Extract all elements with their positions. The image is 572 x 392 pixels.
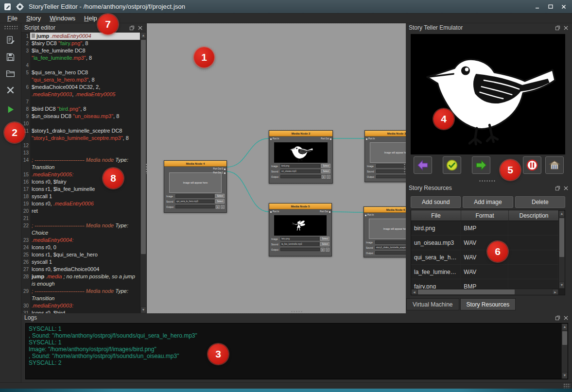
- toolbar-drag-handle[interactable]: [4, 25, 17, 29]
- code-line-28[interactable]: 28jump .media ; no return possible, so a…: [21, 273, 140, 288]
- code-line-22[interactable]: 22; ---------------------------- Media n…: [21, 222, 140, 237]
- menu-windows[interactable]: Windows: [45, 14, 80, 23]
- close-panel-button[interactable]: [137, 25, 143, 31]
- node-title[interactable]: Media Node 6: [364, 207, 406, 213]
- code-line-11[interactable]: 11$story1_drako_luminelle_sceptre DC8 "s…: [21, 127, 140, 142]
- port-in[interactable]: Port In: [365, 214, 374, 217]
- code-line-21[interactable]: 21: [21, 215, 140, 222]
- node-add-button[interactable]: +: [216, 205, 220, 209]
- code-line-13[interactable]: 13: [21, 149, 140, 156]
- close-panel-button[interactable]: [563, 25, 569, 31]
- resource-row[interactable]: un_oiseau.mp3WAV: [411, 236, 558, 250]
- next-button[interactable]: [472, 156, 490, 174]
- port-in[interactable]: Port In: [270, 210, 279, 213]
- close-panel-button[interactable]: [563, 185, 569, 191]
- menu-file[interactable]: File: [3, 14, 22, 23]
- node-title[interactable]: Media Node 5: [269, 204, 331, 209]
- scroll-down-icon[interactable]: ▼: [559, 282, 565, 289]
- splitter-handle[interactable]: [145, 163, 148, 174]
- scroll-handle[interactable]: [141, 40, 146, 254]
- port-out[interactable]: Port Out 1: [213, 171, 225, 174]
- resource-row[interactable]: fairy.pngBMP: [411, 279, 558, 289]
- scroll-down-icon[interactable]: ▼: [140, 307, 146, 313]
- media-node[interactable]: Media Node 2Port InPort OutImagebird.png…: [269, 130, 333, 184]
- code-line-2[interactable]: 2$fairy DC8 "fairy.png", 8: [21, 40, 140, 47]
- code-line-23[interactable]: 23.mediaEntry0004:: [21, 237, 140, 244]
- select-sound-button[interactable]: Select: [320, 242, 329, 246]
- resource-row[interactable]: qui_sera_le_h…WAV: [411, 250, 558, 265]
- resource-row[interactable]: bird.pngBMP: [411, 221, 558, 236]
- resize-grip[interactable]: [563, 383, 570, 388]
- select-image-button[interactable]: Select: [320, 237, 329, 241]
- node-add-button[interactable]: +: [321, 248, 325, 252]
- node-remove-button[interactable]: −: [327, 175, 330, 179]
- splitter-handle[interactable]: [479, 180, 496, 183]
- tab-story-resources[interactable]: Story Resources: [460, 298, 516, 310]
- code-line-14[interactable]: 14; ---------------------------- Media n…: [21, 156, 140, 171]
- splitter-handle[interactable]: [291, 310, 303, 313]
- minimize-button[interactable]: [531, 2, 544, 12]
- code-line-25[interactable]: 25lcons r1, $qui_sera_le_hero: [21, 251, 140, 258]
- code-line-10[interactable]: 10: [21, 120, 140, 127]
- code-line-4[interactable]: 4: [21, 62, 140, 69]
- new-script-button[interactable]: [1, 33, 20, 48]
- scroll-handle[interactable]: [559, 218, 564, 257]
- node-remove-button[interactable]: −: [326, 248, 329, 252]
- run-button[interactable]: [1, 102, 20, 117]
- save-button[interactable]: [1, 50, 20, 64]
- float-panel-button[interactable]: [129, 25, 135, 31]
- scroll-handle[interactable]: [418, 290, 515, 294]
- code-line-27[interactable]: 27lcons r0, $mediaChoice0004: [21, 266, 140, 273]
- close-button[interactable]: [557, 2, 570, 12]
- select-sound-button[interactable]: Select: [321, 169, 330, 173]
- scroll-down-icon[interactable]: ▼: [562, 372, 568, 379]
- media-node[interactable]: Media Node 6Port InPort OutImage will ap…: [364, 206, 406, 257]
- code-line-26[interactable]: 26syscall 1: [21, 258, 140, 266]
- scroll-left-icon[interactable]: ◄: [411, 289, 417, 295]
- node-title[interactable]: Media Node 3: [365, 131, 406, 136]
- add-image-button[interactable]: Add image: [463, 196, 513, 208]
- media-node[interactable]: Media Node 5Port InPort OutImagefairy.pn…: [269, 203, 332, 256]
- code-line-20[interactable]: 20ret: [21, 207, 140, 215]
- add-sound-button[interactable]: Add sound: [411, 196, 461, 208]
- maximize-button[interactable]: [544, 2, 557, 12]
- pause-button[interactable]: [523, 156, 541, 174]
- menu-story[interactable]: Story: [22, 14, 45, 23]
- float-panel-button[interactable]: [555, 185, 561, 191]
- code-line-17[interactable]: 17lcons r1, $la_fee_luminelle: [21, 186, 140, 193]
- media-node[interactable]: Media Node 4Port Out 0Port Out 1Image wi…: [164, 160, 227, 213]
- code-line-24[interactable]: 24lcons r0, 0: [21, 244, 140, 251]
- splitter-handle[interactable]: [403, 163, 406, 174]
- node-add-button[interactable]: +: [322, 175, 326, 179]
- home-button[interactable]: [545, 156, 564, 174]
- close-project-button[interactable]: [1, 83, 20, 97]
- scroll-up-icon[interactable]: ▲: [562, 324, 568, 330]
- port-out[interactable]: Port Out: [321, 137, 331, 140]
- code-line-30[interactable]: 30.mediaEntry0003:: [21, 302, 140, 309]
- float-panel-button[interactable]: [555, 315, 561, 321]
- port-in[interactable]: Port In: [366, 137, 375, 140]
- column-header-format[interactable]: Format: [461, 210, 509, 221]
- code-line-6[interactable]: 6$mediaChoice0004 DC32, 2, .mediaEntry00…: [21, 84, 140, 98]
- float-panel-button[interactable]: [555, 25, 561, 31]
- node-title[interactable]: Media Node 2: [269, 131, 332, 136]
- select-sound-button[interactable]: Select: [215, 199, 225, 204]
- scroll-up-icon[interactable]: ▲: [140, 32, 146, 39]
- code-line-19[interactable]: 19lcons r0, .mediaEntry0006: [21, 200, 140, 207]
- port-out[interactable]: Port Out: [320, 210, 330, 213]
- open-button[interactable]: [1, 66, 20, 81]
- scroll-handle[interactable]: [562, 331, 567, 345]
- code-line-5[interactable]: 5$qui_sera_le_hero DC8 "qui_sera_le_hero…: [21, 69, 140, 84]
- close-panel-button[interactable]: [563, 315, 569, 321]
- table-horizontal-scrollbar[interactable]: ◄ ►: [411, 289, 558, 295]
- port-out[interactable]: Port Out 0: [213, 168, 225, 170]
- tab-virtual-machine[interactable]: Virtual Machine: [406, 298, 459, 310]
- code-line-31[interactable]: 31lcons r0, $bird: [21, 309, 140, 313]
- code-line-9[interactable]: 9$un_oiseau DC8 "un_oiseau.mp3", 8: [21, 113, 140, 120]
- previous-button[interactable]: [414, 156, 432, 174]
- code-line-1[interactable]: 1jump .mediaEntry0004: [21, 33, 140, 40]
- node-remove-button[interactable]: −: [221, 205, 225, 209]
- code-line-7[interactable]: 7: [21, 98, 140, 105]
- table-vertical-scrollbar[interactable]: ▲ ▼: [558, 210, 565, 289]
- port-in[interactable]: Port In: [270, 137, 279, 140]
